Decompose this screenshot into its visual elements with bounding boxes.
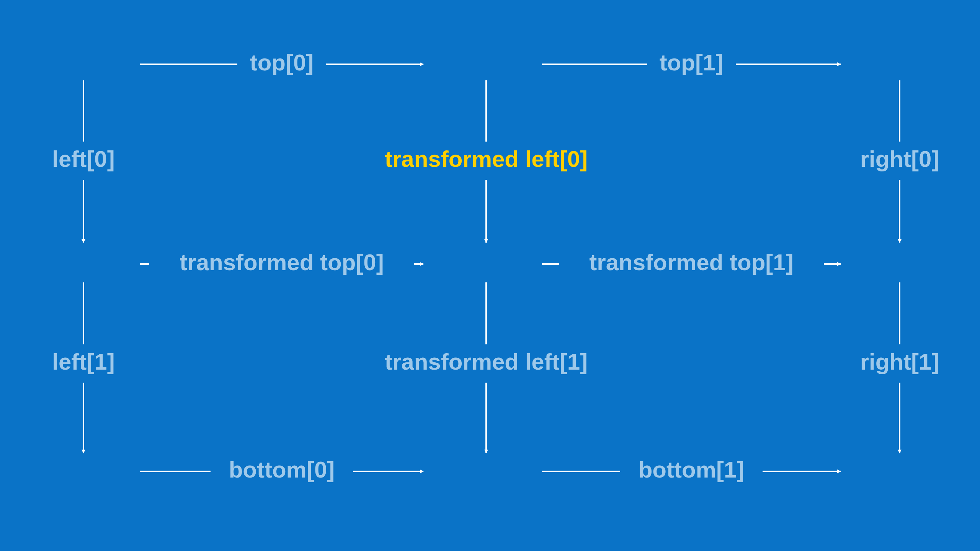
arrow-transformed-left-1: transformed left[1] [385,282,588,453]
commutative-diagram: top[0] top[1] transformed top[0] transfo… [0,0,980,551]
arrow-top-1: top[1] [542,50,841,75]
arrow-top-0: top[0] [140,50,423,75]
arrow-transformed-top-1: transformed top[1] [542,249,841,275]
label-transformed-top-0: transformed top[0] [180,249,384,275]
label-right-1: right[1] [860,349,939,375]
arrow-transformed-left-0: transformed left[0] [385,80,588,243]
arrow-transformed-top-0: transformed top[0] [140,249,423,275]
arrow-bottom-1: bottom[1] [542,457,841,483]
label-left-0: left[0] [52,146,114,172]
label-top-0: top[0] [250,50,314,75]
arrow-right-0: right[0] [860,80,939,243]
arrow-left-1: left[1] [52,282,114,453]
label-transformed-left-0: transformed left[0] [385,146,588,172]
label-right-0: right[0] [860,146,939,172]
arrow-left-0: left[0] [52,80,114,243]
arrow-bottom-0: bottom[0] [140,457,423,483]
label-transformed-left-1: transformed left[1] [385,349,588,375]
label-bottom-1: bottom[1] [639,457,745,483]
arrow-right-1: right[1] [860,282,939,453]
label-bottom-0: bottom[0] [229,457,335,483]
label-left-1: left[1] [52,349,114,375]
label-top-1: top[1] [660,50,724,75]
label-transformed-top-1: transformed top[1] [589,249,793,275]
